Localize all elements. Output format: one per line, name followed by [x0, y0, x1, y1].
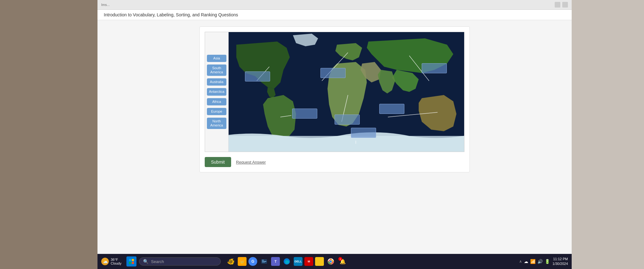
map-box-europe[interactable] [320, 68, 346, 78]
weather-condition: Cloudy [111, 261, 121, 265]
taskbar-search-text: Search [151, 259, 164, 264]
action-bar: Submit Request Answer [205, 157, 464, 167]
label-south-america[interactable]: South America [207, 64, 226, 76]
taskbar-edge-icon[interactable] [282, 256, 292, 266]
label-antarctica[interactable]: Antarctica [207, 88, 226, 95]
systray-battery: 🔋 [545, 259, 550, 264]
svg-rect-10 [132, 259, 134, 261]
taskbar-teams-icon[interactable]: T [271, 257, 280, 266]
taskbar-google-icon[interactable]: G [248, 257, 257, 266]
weather-icon: ⛅ [101, 258, 109, 265]
taskbar-crown-icon[interactable]: 👑 [238, 257, 247, 266]
taskbar-chrome-icon[interactable] [326, 256, 336, 266]
browser-tab-text: Ims... [101, 3, 110, 7]
window-controls [555, 2, 568, 8]
systray-volume: 🔊 [537, 259, 543, 264]
content-area: Asia South America Australia Antarctica … [97, 20, 572, 269]
desk-left [0, 0, 97, 269]
map-wrapper: Asia South America Australia Antarctica … [205, 32, 464, 152]
search-icon: 🔍 [143, 259, 148, 264]
map-svg [229, 32, 464, 152]
map-box-antarctica[interactable] [351, 128, 376, 138]
svg-rect-9 [129, 259, 131, 261]
windows-icon [129, 259, 134, 264]
map-box-north-america[interactable] [245, 71, 270, 81]
svg-rect-17 [262, 261, 266, 262]
taskbar-dell-icon[interactable]: DELL [294, 257, 303, 266]
taskbar-fish-icon[interactable]: 🐠 [226, 256, 236, 266]
taskbar-files-icon[interactable] [259, 256, 269, 266]
taskbar-weather: ⛅ 36°F Cloudy [101, 258, 121, 265]
system-tray: ∧ ☁ 📶 🔊 🔋 [519, 259, 550, 264]
label-north-america[interactable]: North America [207, 118, 226, 129]
label-africa[interactable]: Africa [207, 98, 226, 105]
question-container: Asia South America Australia Antarctica … [199, 26, 470, 172]
page-title: Introduction to Vocabulary, Labeling, So… [104, 12, 238, 17]
map-box-africa[interactable] [335, 115, 360, 125]
systray-cloud: ☁ [524, 259, 528, 264]
svg-point-23 [330, 261, 332, 262]
svg-rect-11 [129, 262, 131, 264]
taskbar-clock[interactable]: 11:12 PM 1/30/2024 [552, 257, 568, 266]
taskbar: ⛅ 36°F Cloudy 🔍 Search 🐠 👑 G [97, 254, 572, 269]
taskbar-sticky-icon[interactable] [315, 257, 324, 266]
label-australia[interactable]: Australia [207, 78, 226, 86]
weather-info: 36°F Cloudy [111, 258, 121, 265]
submit-button[interactable]: Submit [205, 157, 231, 167]
weather-temp: 36°F [111, 258, 121, 261]
wall-right [572, 0, 644, 269]
svg-rect-18 [262, 262, 265, 263]
systray-wifi: 📶 [530, 259, 536, 264]
maximize-button[interactable] [562, 2, 568, 8]
request-answer-button[interactable]: Request Answer [236, 160, 266, 165]
labels-panel: Asia South America Australia Antarctica … [205, 32, 229, 152]
taskbar-time: 11:12 PM [552, 257, 568, 261]
map-box-australia[interactable] [379, 104, 404, 114]
label-asia[interactable]: Asia [207, 55, 226, 62]
svg-text:👑: 👑 [240, 259, 244, 264]
taskbar-date: 1/30/2024 [552, 261, 568, 266]
monitor-screen: Ims... Introduction to Vocabulary, Label… [97, 0, 572, 269]
svg-rect-16 [262, 260, 264, 261]
systray-chevron[interactable]: ∧ [519, 259, 522, 264]
map-box-south-america[interactable] [292, 109, 317, 119]
page-title-bar: Introduction to Vocabulary, Labeling, So… [97, 10, 572, 20]
taskbar-notification-badge[interactable]: 🔔 1 [338, 256, 348, 266]
label-europe[interactable]: Europe [207, 108, 226, 115]
taskbar-mcafee-icon[interactable]: M [304, 257, 313, 266]
taskbar-search-bar[interactable]: 🔍 Search [139, 257, 221, 266]
svg-rect-12 [132, 262, 134, 264]
start-button[interactable] [126, 256, 136, 266]
minimize-button[interactable] [555, 2, 560, 8]
map-box-asia[interactable] [422, 63, 447, 73]
taskbar-app-icons: 🐠 👑 G T DELL [226, 256, 348, 266]
world-map [229, 32, 464, 152]
browser-top-bar: Ims... [97, 0, 572, 10]
